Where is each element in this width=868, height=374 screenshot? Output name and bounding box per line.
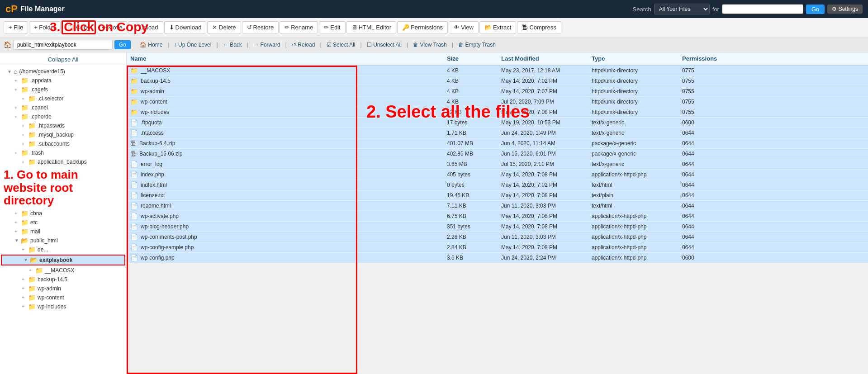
sidebar-item-public-html[interactable]: ▼ 📂 public_html — [0, 236, 126, 245]
sidebar-item-cphorde[interactable]: + 📁 .cphorde — [0, 112, 126, 121]
sidebar-item-cagefs[interactable]: + 📁 .cagefs — [0, 85, 126, 94]
table-row[interactable]: 📁 backup-14.5 4 KB May 14, 2020, 7:02 PM… — [127, 76, 868, 86]
file-type: text/x-generic — [588, 130, 678, 136]
sidebar-item-etc[interactable]: + 📁 etc — [0, 218, 126, 227]
view-trash-button[interactable]: 🗑 View Trash — [409, 40, 450, 49]
view-button[interactable]: 👁 View — [449, 21, 479, 33]
file-size: 405 bytes — [443, 171, 498, 178]
file-modified: May 23, 2017, 12:18 AM — [498, 67, 588, 74]
sidebar-item-application-backups[interactable]: + 📁 application_backups — [0, 157, 126, 166]
search-input[interactable] — [722, 4, 803, 14]
table-row[interactable]: 📄 error_log 3.65 MB Jul 15, 2020, 2:11 P… — [127, 159, 868, 170]
move-icon: ✈ — [102, 24, 107, 31]
permissions-button[interactable]: 🔑 Permissions — [397, 21, 448, 33]
col-name[interactable]: Name — [127, 55, 443, 62]
new-file-button[interactable]: + File — [4, 21, 28, 33]
file-type-icon: 📄 — [130, 129, 138, 137]
empty-trash-button[interactable]: 🗑 Empty Trash — [455, 40, 499, 49]
table-row[interactable]: 📁 __MACOSX 4 KB May 23, 2017, 12:18 AM h… — [127, 66, 868, 76]
table-row[interactable]: 📄 wp-config.php 3.6 KB Jun 24, 2020, 2:2… — [127, 253, 868, 263]
file-type-icon: 🗜 — [130, 140, 137, 147]
html-editor-button[interactable]: 🖥 HTML Editor — [346, 21, 396, 33]
sidebar-item-mysql-backup[interactable]: + 📁 .mysql_backup — [0, 130, 126, 139]
file-name: license.txt — [141, 192, 165, 199]
sidebar-item-htpasswds[interactable]: + 📁 .htpasswds — [0, 121, 126, 130]
permissions-icon: 🔑 — [402, 24, 409, 31]
upload-button[interactable]: ⬆ Upload — [128, 21, 163, 33]
sidebar-item-mail[interactable]: + 📁 mail — [0, 227, 126, 236]
file-name: wp-config-sample.php — [141, 244, 194, 251]
select-all-button[interactable]: ☑ Select All — [323, 40, 359, 49]
table-row[interactable]: 📄 readme.html 7.11 KB Jun 11, 2020, 3:03… — [127, 201, 868, 211]
edit-button[interactable]: ✏ Edit — [319, 21, 345, 33]
rename-button[interactable]: ✏ Rename — [280, 21, 318, 33]
unselect-all-button[interactable]: ☐ Unselect All — [363, 40, 405, 49]
folder-icon: 📁 — [28, 122, 36, 129]
table-row[interactable]: 📄 wp-activate.php 6.75 KB May 14, 2020, … — [127, 211, 868, 222]
forward-button[interactable]: → Forward — [250, 40, 284, 49]
sidebar-item-trash[interactable]: + 📁 .trash — [0, 148, 126, 157]
sidebar-item-cbna[interactable]: + 📁 cbna — [0, 209, 126, 218]
address-go-button[interactable]: Go — [114, 40, 131, 49]
extract-button[interactable]: 📂 Extract — [479, 21, 516, 33]
col-type[interactable]: Type — [588, 55, 678, 62]
table-row[interactable]: 📁 wp-includes 12 KB May 14, 2020, 7:08 P… — [127, 107, 868, 118]
table-row[interactable]: 📁 wp-admin 4 KB May 14, 2020, 7:07 PM ht… — [127, 86, 868, 97]
home-button[interactable]: 🏠 Home — [136, 40, 166, 49]
search-go-button[interactable]: Go — [806, 5, 825, 14]
file-area: Name Size Last Modified Type Permissions… — [127, 52, 868, 374]
file-name: backup-14.5 — [141, 78, 171, 84]
copy-label: Copy — [76, 24, 90, 31]
compress-button[interactable]: 🗜 Compress — [517, 21, 561, 33]
search-scope-select[interactable]: All Your Files File Names Only File Cont… — [654, 4, 710, 14]
col-size[interactable]: Size — [443, 55, 498, 62]
table-row[interactable]: 📁 wp-content 4 KB Jul 20, 2020, 7:09 PM … — [127, 97, 868, 107]
table-row[interactable]: 🗜 Backup_15.06.zip 402.85 MB Jun 15, 202… — [127, 149, 868, 159]
file-permissions: 0775 — [678, 67, 733, 74]
copy-button[interactable]: 📋 Copy — [62, 20, 95, 34]
file-type-icon: 📄 — [130, 233, 138, 241]
sidebar-item-macosx[interactable]: + 📁 __MACOSX — [0, 266, 126, 275]
col-last-modified[interactable]: Last Modified — [498, 55, 588, 62]
file-type-icon: 📁 — [130, 109, 138, 116]
restore-button[interactable]: ↺ Restore — [242, 21, 279, 33]
rename-icon: ✏ — [285, 24, 289, 31]
back-button[interactable]: ← Back — [219, 40, 246, 49]
sidebar-item-root[interactable]: ▼ ⌂ (/home/goverde15) — [0, 67, 126, 76]
move-button[interactable]: ✈ Move — [97, 21, 128, 33]
sidebar-item-clselector[interactable]: + 📁 .cl.selector — [0, 94, 126, 103]
table-row[interactable]: 📄 indfex.html 0 bytes May 14, 2020, 7:02… — [127, 180, 868, 190]
table-row[interactable]: 📄 wp-config-sample.php 2.84 KB May 14, 2… — [127, 242, 868, 253]
sidebar-item-appdata[interactable]: + 📁 .appdata — [0, 76, 126, 85]
table-row[interactable]: 🗜 Backup-6.4.zip 401.07 MB Jun 4, 2020, … — [127, 138, 868, 149]
file-type: application/x-httpd-php — [588, 234, 678, 240]
settings-button[interactable]: ⚙ Settings — [827, 5, 863, 14]
address-input[interactable] — [13, 40, 113, 50]
compress-label: Compress — [529, 24, 556, 31]
folder-icon: 📁 — [21, 210, 28, 217]
file-type-icon: 📄 — [130, 119, 138, 126]
sidebar-item-subaccounts[interactable]: + 📁 .subaccounts — [0, 139, 126, 148]
sidebar-item-backup145[interactable]: + 📁 backup-14.5 — [0, 275, 126, 284]
delete-button[interactable]: ✕ Delete — [207, 21, 241, 33]
table-row[interactable]: 📄 wp-comments-post.php 2.28 KB Jun 11, 2… — [127, 232, 868, 242]
col-permissions[interactable]: Permissions — [678, 55, 733, 62]
sidebar-item-wp-includes[interactable]: + 📁 wp-includes — [0, 302, 126, 311]
sidebar-item-wp-content[interactable]: + 📁 wp-content — [0, 293, 126, 302]
table-row[interactable]: 📄 license.txt 19.45 KB May 14, 2020, 7:0… — [127, 190, 868, 201]
collapse-all-button[interactable]: Collapse All — [48, 56, 79, 63]
download-button[interactable]: ⬇ Download — [164, 21, 207, 33]
sidebar-item-exitplaybook[interactable]: ▼ 📂 exitplaybook — [1, 255, 125, 265]
table-row[interactable]: 📄 .htaccess 1.71 KB Jun 24, 2020, 1:49 P… — [127, 128, 868, 138]
up-one-level-button[interactable]: ↑ Up One Level — [171, 40, 215, 49]
sidebar-item-de[interactable]: + 📁 de... — [0, 245, 126, 254]
folder-icon: 📁 — [21, 86, 28, 93]
table-row[interactable]: 📄 index.php 405 bytes May 14, 2020, 7:08… — [127, 170, 868, 180]
new-folder-button[interactable]: + Folder — [29, 21, 61, 33]
table-row[interactable]: 📄 wp-blog-header.php 351 bytes May 14, 2… — [127, 222, 868, 232]
reload-button[interactable]: ↺ Reload — [288, 40, 318, 49]
sidebar-item-cpanel[interactable]: + 📁 .cpanel — [0, 103, 126, 112]
sidebar-item-wp-admin[interactable]: + 📁 wp-admin — [0, 284, 126, 293]
table-row[interactable]: 📄 .ftpquota 17 bytes May 19, 2020, 10:53… — [127, 118, 868, 128]
restore-label: Restore — [253, 24, 274, 31]
